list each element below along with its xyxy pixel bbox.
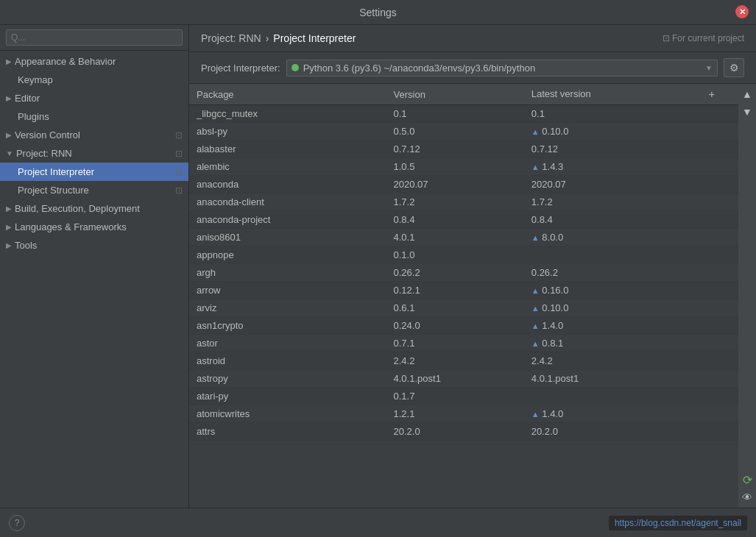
update-arrow-icon: ▲ bbox=[531, 410, 540, 419]
close-button[interactable]: ✕ bbox=[735, 5, 749, 18]
search-box bbox=[0, 25, 188, 51]
table-row[interactable]: astroid2.4.22.4.2 bbox=[189, 352, 738, 370]
package-latest: ▲ 1.4.0 bbox=[524, 405, 738, 423]
sidebar-item-label: Project Interpreter bbox=[18, 166, 94, 177]
package-version: 0.1.0 bbox=[386, 246, 524, 264]
expand-arrow-build: ▶ bbox=[6, 205, 12, 213]
package-latest: ▲ 0.10.0 bbox=[524, 123, 738, 141]
table-row[interactable]: absl-py0.5.0▲ 0.10.0 bbox=[189, 123, 738, 141]
package-version: 0.26.2 bbox=[386, 264, 524, 282]
package-latest bbox=[524, 246, 738, 264]
sidebar-item-label: Plugins bbox=[18, 111, 49, 122]
sidebar-item-editor[interactable]: ▶ Editor bbox=[0, 89, 188, 107]
eye-button[interactable]: 👁 bbox=[740, 490, 755, 505]
side-actions: ▲ ▼ ⟳ 👁 bbox=[738, 84, 756, 508]
update-arrow-icon: ▲ bbox=[531, 321, 540, 330]
package-latest: 2020.07 bbox=[524, 176, 738, 193]
bottom-bar: ? https://blog.csdn.net/agent_snail bbox=[0, 508, 756, 537]
table-row[interactable]: atari-py0.1.7 bbox=[189, 388, 738, 405]
sidebar-item-tools[interactable]: ▶ Tools bbox=[0, 236, 188, 255]
sidebar-item-languages[interactable]: ▶ Languages & Frameworks bbox=[0, 218, 188, 236]
table-scroll[interactable]: Package Version Latest version + _libgcc… bbox=[189, 84, 738, 508]
title-bar: Settings ✕ bbox=[0, 0, 756, 25]
sidebar-item-versioncontrol[interactable]: ▶ Version Control ⊡ bbox=[0, 126, 188, 144]
breadcrumb-project: Project: RNN bbox=[201, 32, 261, 44]
table-row[interactable]: appnope0.1.0 bbox=[189, 246, 738, 264]
sidebar-item-label: Editor bbox=[15, 93, 40, 104]
table-row[interactable]: arviz0.6.1▲ 0.10.0 bbox=[189, 299, 738, 317]
package-name: anaconda-project bbox=[189, 211, 386, 229]
update-arrow-icon: ▲ bbox=[531, 127, 540, 136]
package-name: astroid bbox=[189, 352, 386, 370]
update-arrow-icon: ▲ bbox=[531, 163, 540, 171]
package-latest: 4.0.1.post1 bbox=[524, 370, 738, 388]
breadcrumb-tag: ⊡ For current project bbox=[663, 33, 744, 43]
package-name: absl-py bbox=[189, 123, 386, 141]
table-row[interactable]: _libgcc_mutex0.10.1 bbox=[189, 105, 738, 123]
sidebar-item-label: Languages & Frameworks bbox=[15, 221, 127, 232]
table-row[interactable]: arrow0.12.1▲ 0.16.0 bbox=[189, 282, 738, 299]
dropdown-arrow-icon: ▼ bbox=[705, 64, 713, 72]
sidebar-item-keymap[interactable]: Keymap bbox=[0, 71, 188, 89]
table-row[interactable]: alabaster0.7.120.7.12 bbox=[189, 141, 738, 158]
expand-arrow-appearance: ▶ bbox=[6, 57, 12, 65]
sidebar-item-plugins[interactable]: Plugins bbox=[0, 107, 188, 126]
gear-button[interactable]: ⚙ bbox=[724, 58, 744, 77]
package-latest: 2.4.2 bbox=[524, 352, 738, 370]
sidebar-item-projectinterpreter[interactable]: Project Interpreter ⊡ bbox=[0, 163, 188, 181]
table-row[interactable]: anaconda-project0.8.40.8.4 bbox=[189, 211, 738, 229]
table-row[interactable]: attrs20.2.020.2.0 bbox=[189, 423, 738, 441]
package-version: 1.2.1 bbox=[386, 405, 524, 423]
package-name: arrow bbox=[189, 282, 386, 299]
package-latest: 0.7.12 bbox=[524, 141, 738, 158]
sidebar-item-projectstructure[interactable]: Project Structure ⊡ bbox=[0, 181, 188, 199]
package-latest bbox=[524, 388, 738, 405]
expand-arrow-editor: ▶ bbox=[6, 94, 12, 102]
table-row[interactable]: anaconda-client1.7.21.7.2 bbox=[189, 193, 738, 211]
package-name: aniso8601 bbox=[189, 229, 386, 246]
package-latest: ▲ 1.4.0 bbox=[524, 317, 738, 335]
table-row[interactable]: asn1crypto0.24.0▲ 1.4.0 bbox=[189, 317, 738, 335]
help-button[interactable]: ? bbox=[9, 515, 25, 531]
sidebar-item-build[interactable]: ▶ Build, Execution, Deployment bbox=[0, 199, 188, 218]
package-version: 1.7.2 bbox=[386, 193, 524, 211]
package-version: 1.0.5 bbox=[386, 158, 524, 176]
table-row[interactable]: argh0.26.20.26.2 bbox=[189, 264, 738, 282]
table-row[interactable]: astropy4.0.1.post14.0.1.post1 bbox=[189, 370, 738, 388]
sidebar-item-appearance[interactable]: ▶ Appearance & Behavior bbox=[0, 52, 188, 71]
interpreter-select[interactable]: Python 3.6 (py3.6) ~/anaconda3/envs/py3.… bbox=[286, 60, 718, 77]
add-package-button[interactable]: + bbox=[709, 88, 715, 100]
search-input[interactable] bbox=[6, 29, 183, 46]
update-arrow-icon: ▲ bbox=[531, 286, 540, 295]
breadcrumb-current: Project Interpreter bbox=[273, 32, 356, 44]
sidebar-item-projectrnn[interactable]: ▼ Project: RNN ⊡ bbox=[0, 144, 188, 163]
sidebar-item-label: Appearance & Behavior bbox=[15, 56, 116, 67]
scrollbar-up-button[interactable]: ▲ bbox=[740, 87, 755, 102]
refresh-button[interactable]: ⟳ bbox=[740, 472, 755, 487]
window-title: Settings bbox=[359, 7, 397, 18]
expand-arrow-tools: ▶ bbox=[6, 241, 12, 249]
update-arrow-icon: ▲ bbox=[531, 304, 540, 313]
table-row[interactable]: atomicwrites1.2.1▲ 1.4.0 bbox=[189, 405, 738, 423]
scrollbar-down-button[interactable]: ▼ bbox=[740, 104, 755, 119]
package-latest: 0.26.2 bbox=[524, 264, 738, 282]
table-row[interactable]: aniso86014.0.1▲ 8.0.0 bbox=[189, 229, 738, 246]
package-version: 0.24.0 bbox=[386, 317, 524, 335]
table-row[interactable]: astor0.7.1▲ 0.8.1 bbox=[189, 335, 738, 352]
package-version: 0.1.7 bbox=[386, 388, 524, 405]
update-arrow-icon: ▲ bbox=[531, 233, 540, 242]
folder-icon-structure: ⊡ bbox=[175, 185, 183, 196]
package-version: 0.1 bbox=[386, 105, 524, 123]
col-header-package: Package bbox=[189, 84, 386, 105]
package-name: argh bbox=[189, 264, 386, 282]
sidebar-item-label: Build, Execution, Deployment bbox=[15, 203, 140, 214]
breadcrumb-separator: › bbox=[266, 32, 269, 44]
package-version: 4.0.1.post1 bbox=[386, 370, 524, 388]
table-row[interactable]: alembic1.0.5▲ 1.4.3 bbox=[189, 158, 738, 176]
sidebar-item-label: Version Control bbox=[15, 129, 80, 141]
package-version: 2020.07 bbox=[386, 176, 524, 193]
main-layout: ▶ Appearance & Behavior Keymap ▶ Editor … bbox=[0, 25, 756, 508]
package-name: atomicwrites bbox=[189, 405, 386, 423]
package-name: attrs bbox=[189, 423, 386, 441]
table-row[interactable]: anaconda2020.072020.07 bbox=[189, 176, 738, 193]
